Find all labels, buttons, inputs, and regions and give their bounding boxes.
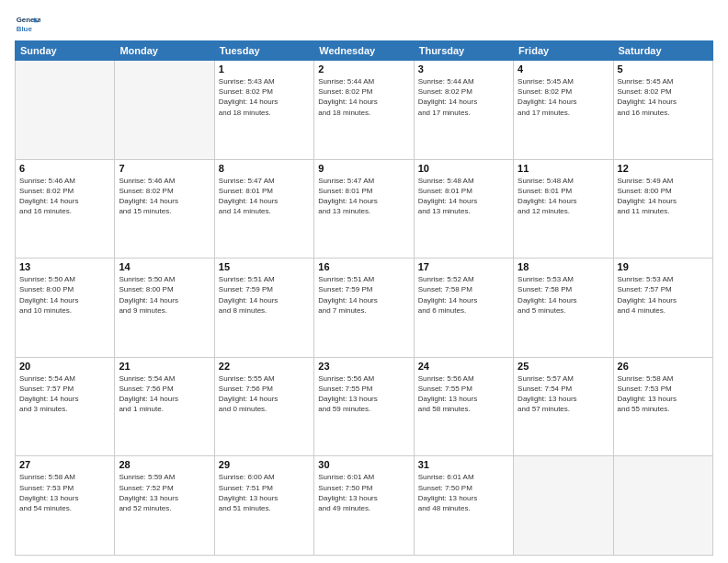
calendar-cell: 20Sunrise: 5:54 AM Sunset: 7:57 PM Dayli… [16, 357, 115, 456]
day-number: 22 [219, 361, 310, 372]
calendar-cell: 3Sunrise: 5:44 AM Sunset: 8:02 PM Daylig… [414, 61, 513, 160]
day-number: 8 [219, 163, 310, 174]
day-info: Sunrise: 5:59 AM Sunset: 7:52 PM Dayligh… [119, 472, 210, 513]
day-number: 7 [119, 163, 210, 174]
week-row-4: 27Sunrise: 5:58 AM Sunset: 7:53 PM Dayli… [16, 456, 713, 556]
weekday-header-thursday: Thursday [414, 41, 513, 61]
day-number: 3 [418, 63, 509, 75]
day-info: Sunrise: 5:44 AM Sunset: 8:02 PM Dayligh… [318, 76, 409, 118]
day-info: Sunrise: 5:45 AM Sunset: 8:02 PM Dayligh… [518, 76, 609, 118]
day-info: Sunrise: 5:56 AM Sunset: 7:55 PM Dayligh… [418, 373, 509, 415]
day-number: 16 [318, 261, 409, 272]
day-info: Sunrise: 5:49 AM Sunset: 8:00 PM Dayligh… [618, 176, 709, 217]
day-info: Sunrise: 5:51 AM Sunset: 7:59 PM Dayligh… [219, 274, 310, 316]
day-info: Sunrise: 5:54 AM Sunset: 7:56 PM Dayligh… [119, 373, 210, 415]
day-number: 29 [219, 459, 310, 470]
day-info: Sunrise: 5:54 AM Sunset: 7:57 PM Dayligh… [19, 373, 110, 415]
calendar-cell: 10Sunrise: 5:48 AM Sunset: 8:01 PM Dayli… [414, 159, 513, 259]
calendar-cell [514, 456, 613, 556]
calendar-cell: 13Sunrise: 5:50 AM Sunset: 8:00 PM Dayli… [16, 259, 115, 358]
day-number: 31 [418, 459, 509, 470]
day-info: Sunrise: 5:57 AM Sunset: 7:54 PM Dayligh… [518, 373, 609, 415]
weekday-header-sunday: Sunday [16, 41, 115, 61]
week-row-3: 20Sunrise: 5:54 AM Sunset: 7:57 PM Dayli… [16, 357, 713, 456]
calendar-cell: 24Sunrise: 5:56 AM Sunset: 7:55 PM Dayli… [414, 357, 513, 456]
day-number: 15 [219, 261, 310, 272]
day-number: 20 [19, 361, 110, 372]
day-info: Sunrise: 6:01 AM Sunset: 7:50 PM Dayligh… [318, 472, 409, 513]
day-number: 4 [518, 63, 609, 75]
day-info: Sunrise: 5:44 AM Sunset: 8:02 PM Dayligh… [418, 76, 509, 118]
day-info: Sunrise: 5:50 AM Sunset: 8:00 PM Dayligh… [119, 274, 210, 316]
calendar-cell: 31Sunrise: 6:01 AM Sunset: 7:50 PM Dayli… [414, 456, 513, 556]
day-info: Sunrise: 5:48 AM Sunset: 8:01 PM Dayligh… [518, 176, 609, 217]
calendar-cell: 22Sunrise: 5:55 AM Sunset: 7:56 PM Dayli… [214, 357, 313, 456]
day-info: Sunrise: 6:00 AM Sunset: 7:51 PM Dayligh… [219, 472, 310, 513]
day-info: Sunrise: 5:48 AM Sunset: 8:01 PM Dayligh… [418, 176, 509, 217]
day-number: 17 [418, 261, 509, 272]
day-number: 28 [119, 459, 210, 470]
day-info: Sunrise: 5:50 AM Sunset: 8:00 PM Dayligh… [19, 274, 110, 316]
calendar-cell: 7Sunrise: 5:46 AM Sunset: 8:02 PM Daylig… [115, 159, 214, 259]
svg-text:Blue: Blue [17, 25, 33, 33]
day-info: Sunrise: 5:46 AM Sunset: 8:02 PM Dayligh… [119, 176, 210, 217]
calendar-cell: 19Sunrise: 5:53 AM Sunset: 7:57 PM Dayli… [613, 259, 712, 358]
weekday-header-saturday: Saturday [613, 41, 712, 61]
calendar-cell: 15Sunrise: 5:51 AM Sunset: 7:59 PM Dayli… [214, 259, 313, 358]
calendar-cell [115, 61, 214, 160]
day-info: Sunrise: 5:58 AM Sunset: 7:53 PM Dayligh… [618, 373, 709, 415]
calendar-cell: 5Sunrise: 5:45 AM Sunset: 8:02 PM Daylig… [613, 61, 712, 160]
calendar-cell: 25Sunrise: 5:57 AM Sunset: 7:54 PM Dayli… [514, 357, 613, 456]
day-info: Sunrise: 5:56 AM Sunset: 7:55 PM Dayligh… [318, 373, 409, 415]
calendar-cell: 28Sunrise: 5:59 AM Sunset: 7:52 PM Dayli… [115, 456, 214, 556]
calendar-cell: 1Sunrise: 5:43 AM Sunset: 8:02 PM Daylig… [214, 61, 313, 160]
calendar-cell: 16Sunrise: 5:51 AM Sunset: 7:59 PM Dayli… [314, 259, 414, 358]
day-info: Sunrise: 5:47 AM Sunset: 8:01 PM Dayligh… [219, 176, 310, 217]
weekday-header-tuesday: Tuesday [214, 41, 313, 61]
day-info: Sunrise: 5:51 AM Sunset: 7:59 PM Dayligh… [318, 274, 409, 316]
weekday-header-monday: Monday [115, 41, 214, 61]
day-info: Sunrise: 5:47 AM Sunset: 8:01 PM Dayligh… [318, 176, 409, 217]
day-number: 1 [219, 63, 310, 75]
calendar-cell: 29Sunrise: 6:00 AM Sunset: 7:51 PM Dayli… [214, 456, 313, 556]
calendar-cell: 27Sunrise: 5:58 AM Sunset: 7:53 PM Dayli… [16, 456, 115, 556]
day-number: 2 [318, 63, 409, 75]
logo-icon: General Blue [15, 11, 40, 37]
day-number: 25 [518, 361, 609, 372]
calendar-cell [16, 61, 115, 160]
day-number: 24 [418, 361, 509, 372]
day-info: Sunrise: 5:53 AM Sunset: 7:58 PM Dayligh… [518, 274, 609, 316]
calendar-cell: 18Sunrise: 5:53 AM Sunset: 7:58 PM Dayli… [514, 259, 613, 358]
day-number: 13 [19, 261, 110, 272]
svg-text:General: General [17, 16, 40, 24]
calendar-cell: 9Sunrise: 5:47 AM Sunset: 8:01 PM Daylig… [314, 159, 414, 259]
calendar-cell: 8Sunrise: 5:47 AM Sunset: 8:01 PM Daylig… [214, 159, 313, 259]
weekday-header-friday: Friday [514, 41, 613, 61]
day-number: 14 [119, 261, 210, 272]
calendar-cell: 26Sunrise: 5:58 AM Sunset: 7:53 PM Dayli… [613, 357, 712, 456]
calendar-cell: 6Sunrise: 5:46 AM Sunset: 8:02 PM Daylig… [16, 159, 115, 259]
day-number: 19 [618, 261, 709, 272]
calendar-cell: 23Sunrise: 5:56 AM Sunset: 7:55 PM Dayli… [314, 357, 414, 456]
day-number: 12 [618, 163, 709, 174]
header: General Blue [15, 11, 713, 37]
weekday-header-row: SundayMondayTuesdayWednesdayThursdayFrid… [16, 41, 713, 61]
day-number: 5 [618, 63, 709, 75]
day-number: 26 [618, 361, 709, 372]
day-info: Sunrise: 5:43 AM Sunset: 8:02 PM Dayligh… [219, 76, 310, 118]
day-info: Sunrise: 5:55 AM Sunset: 7:56 PM Dayligh… [219, 373, 310, 415]
day-number: 11 [518, 163, 609, 174]
day-info: Sunrise: 5:46 AM Sunset: 8:02 PM Dayligh… [19, 176, 110, 217]
day-number: 9 [318, 163, 409, 174]
weekday-header-wednesday: Wednesday [314, 41, 414, 61]
page: General Blue SundayMondayTuesdayWednesda… [0, 0, 728, 563]
calendar-cell: 4Sunrise: 5:45 AM Sunset: 8:02 PM Daylig… [514, 61, 613, 160]
day-number: 27 [19, 459, 110, 470]
calendar-cell: 12Sunrise: 5:49 AM Sunset: 8:00 PM Dayli… [613, 159, 712, 259]
calendar-cell: 17Sunrise: 5:52 AM Sunset: 7:58 PM Dayli… [414, 259, 513, 358]
calendar-cell: 30Sunrise: 6:01 AM Sunset: 7:50 PM Dayli… [314, 456, 414, 556]
calendar-cell: 21Sunrise: 5:54 AM Sunset: 7:56 PM Dayli… [115, 357, 214, 456]
day-number: 30 [318, 459, 409, 470]
calendar-cell [613, 456, 712, 556]
day-info: Sunrise: 5:52 AM Sunset: 7:58 PM Dayligh… [418, 274, 509, 316]
